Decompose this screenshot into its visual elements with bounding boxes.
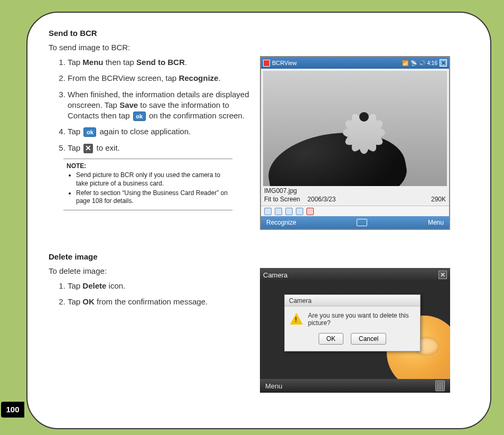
delete-icon[interactable]: [306, 208, 314, 215]
zoom-out-icon[interactable]: [275, 208, 282, 215]
signal-icon: 📶: [402, 60, 408, 66]
trash-icon[interactable]: [435, 381, 445, 391]
photo-preview: [263, 71, 447, 186]
delete-image-intro: To delete image:: [49, 266, 249, 275]
prev-icon[interactable]: [285, 208, 293, 215]
step-5: Tap ✕ to exit.: [68, 143, 249, 153]
t: Tap: [68, 143, 82, 152]
close-button[interactable]: ✕: [440, 59, 447, 67]
dialog-message: Are you sure you want to delete this pic…: [308, 312, 415, 327]
size-label: 290K: [431, 196, 446, 204]
t: Menu: [82, 58, 103, 67]
t: .: [218, 73, 220, 82]
sip-icon[interactable]: [357, 219, 367, 226]
step-3: When finished, the information details a…: [68, 89, 249, 122]
t: to exit.: [94, 143, 119, 152]
delete-image-heading: Delete image: [49, 252, 249, 261]
t: Tap: [68, 297, 82, 306]
t: Tap: [68, 281, 82, 290]
step-4: Tap ok again to close application.: [68, 126, 249, 137]
note-item: Send picture to BCR only if you used the…: [76, 171, 229, 188]
clock: 4:16: [427, 60, 437, 66]
note-title: NOTE:: [67, 162, 229, 171]
send-to-bcr-heading: Send to BCR: [49, 29, 249, 38]
app-title: BCRView: [272, 60, 400, 66]
t: Delete: [82, 281, 106, 290]
note-item: Refer to section “Using the Business Car…: [76, 189, 229, 206]
t: OK: [82, 297, 95, 306]
page-card: Send to BCR To send image to BCR: Tap Me…: [26, 12, 491, 429]
zoom-in-icon[interactable]: [264, 208, 272, 215]
softkey-left[interactable]: Recognize: [266, 219, 296, 226]
camera-screenshot: Camera ✕ Camera Are you sure you want to…: [260, 268, 450, 393]
camera-titlebar: Camera ✕: [260, 268, 450, 282]
step-2: Tap OK from the confirmation message.: [68, 297, 249, 307]
next-icon[interactable]: [296, 208, 303, 215]
t: then tap: [104, 58, 137, 67]
close-button[interactable]: ✕: [438, 271, 447, 279]
t: again to close application.: [97, 127, 191, 136]
close-icon: ✕: [83, 144, 93, 153]
ok-icon: ok: [83, 127, 96, 137]
t: Send to BCR: [136, 58, 185, 67]
pda-titlebar: BCRView 📶 📡 🔊 4:16 ✕: [261, 57, 449, 69]
cancel-button[interactable]: Cancel: [351, 333, 386, 345]
confirm-dialog: Camera Are you sure you want to delete t…: [284, 294, 421, 351]
photo-info: IMG007.jpg Fit to Screen 2006/3/23 290K: [261, 186, 449, 206]
send-to-bcr-intro: To send image to BCR:: [49, 43, 249, 52]
step-1: Tap Menu then tap Send to BCR.: [68, 57, 249, 68]
ok-icon: ok: [133, 112, 146, 121]
note-box: NOTE: Send picture to BCR only if you us…: [63, 159, 232, 210]
toolbar: [261, 206, 449, 216]
softkey-right[interactable]: Menu: [428, 219, 444, 226]
step-1: Tap Delete icon.: [68, 281, 249, 291]
send-to-bcr-steps: Tap Menu then tap Send to BCR. From the …: [59, 57, 249, 153]
volume-icon: 🔊: [419, 60, 425, 66]
step-2: From the BCRView screen, tap Recognize.: [68, 73, 249, 84]
t: .: [185, 58, 187, 67]
t: Tap: [68, 127, 82, 136]
t: on the confirmation screen.: [147, 111, 245, 120]
wifi-icon: 📡: [410, 60, 417, 66]
softkey-bar: Recognize Menu: [261, 216, 449, 229]
t: From the BCRView screen, tap: [68, 73, 179, 82]
t: from the confirmation message.: [95, 297, 208, 306]
softkey-left[interactable]: Menu: [265, 382, 283, 390]
page-number: 100: [1, 402, 24, 418]
ok-button[interactable]: OK: [319, 333, 343, 345]
t: icon.: [106, 281, 125, 290]
t: Tap: [68, 58, 82, 67]
camera-title: Camera: [263, 271, 287, 279]
dialog-title: Camera: [285, 295, 420, 307]
bcrview-screenshot: BCRView 📶 📡 🔊 4:16 ✕ IMG007.j: [260, 56, 450, 230]
t: Recognize: [179, 73, 218, 82]
date-label: 2006/3/23: [307, 196, 335, 204]
delete-image-steps: Tap Delete icon. Tap OK from the confirm…: [59, 281, 249, 308]
filename: IMG007.jpg: [264, 187, 446, 196]
warning-icon: [290, 313, 303, 325]
start-icon[interactable]: [263, 60, 270, 67]
camera-softbar: Menu: [260, 379, 450, 393]
fit-label: Fit to Screen: [264, 196, 300, 204]
t: Save: [119, 100, 138, 109]
